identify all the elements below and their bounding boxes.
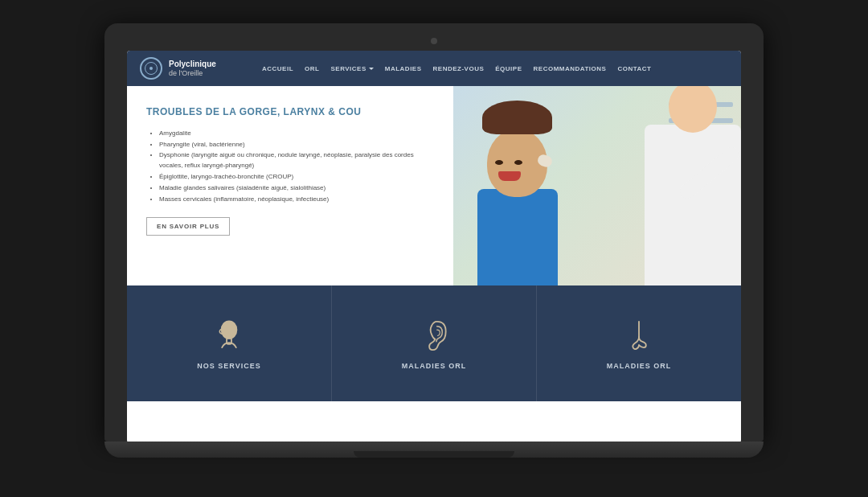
logo-icon-dot <box>149 67 153 70</box>
nav-link-recommandations[interactable]: RECOMMANDATIONS <box>529 62 612 76</box>
child-left-eye <box>495 160 503 165</box>
laptop-camera <box>431 38 437 44</box>
nav-links: ACCUEIL ORL SERVICES MALADIES RENDEZ-VOU… <box>257 62 728 76</box>
hero-title: TROUBLES DE LA GORGE, LARYNX & COU <box>146 105 434 119</box>
nav-link-contact[interactable]: CONTACT <box>612 62 656 76</box>
navigation: Polyclinique de l'Oreille ACCUEIL ORL SE… <box>127 51 741 86</box>
list-item: Masses cervicales (inflammatoire, néopla… <box>159 195 434 205</box>
card-label-maladies-orl-2: MALADIES ORL <box>607 362 672 370</box>
nav-link-rendez-vous[interactable]: RENDEZ-VOUS <box>428 62 489 76</box>
hero-list: Amygdalite Pharyngite (viral, bactérienn… <box>146 129 434 205</box>
list-item: Pharyngite (viral, bactérienne) <box>159 140 434 150</box>
list-item: Maladie glandes salivaires (sialadénite … <box>159 183 434 194</box>
logo-area[interactable]: Polyclinique de l'Oreille <box>140 57 244 80</box>
laptop-shell: Polyclinique de l'Oreille ACCUEIL ORL SE… <box>104 23 764 474</box>
hero-section: TROUBLES DE LA GORGE, LARYNX & COU Amygd… <box>127 86 741 285</box>
screen-bezel: Polyclinique de l'Oreille ACCUEIL ORL SE… <box>104 23 764 442</box>
screen-content: Polyclinique de l'Oreille ACCUEIL ORL SE… <box>127 51 741 443</box>
list-item: Épiglottite, laryngo-trachéo-bronchite (… <box>159 172 434 183</box>
child-hair <box>482 101 552 134</box>
chevron-down-icon <box>369 68 374 70</box>
child-body <box>477 189 558 285</box>
bottom-card-maladies-orl-1[interactable]: MALADIES ORL <box>332 285 537 401</box>
card-label-maladies-orl-1: MALADIES ORL <box>402 362 467 370</box>
nav-link-maladies[interactable]: MALADIES <box>380 62 427 76</box>
nav-link-services[interactable]: SERVICES <box>326 62 378 76</box>
nav-link-equipe[interactable]: ÉQUIPE <box>490 62 526 76</box>
en-savoir-plus-button[interactable]: EN SAVOIR PLUS <box>146 217 230 236</box>
nav-link-orl[interactable]: ORL <box>300 62 324 76</box>
logo-line2: de l'Oreille <box>169 69 216 78</box>
hero-content: TROUBLES DE LA GORGE, LARYNX & COU Amygd… <box>127 86 453 285</box>
hero-image-visual <box>453 86 741 285</box>
list-item: Dysphonie (laryngite aiguë ou chronique,… <box>159 150 434 171</box>
child-mouth <box>498 171 521 181</box>
logo-line1: Polyclinique <box>169 60 216 68</box>
bottom-card-nos-services[interactable]: NOS SERVICES <box>127 285 332 401</box>
nav-link-accueil[interactable]: ACCUEIL <box>257 62 298 76</box>
face-icon <box>211 317 247 352</box>
bottom-card-maladies-orl-2[interactable]: MALADIES ORL <box>537 285 741 401</box>
child-right-eye <box>514 160 522 165</box>
nav-services-label: SERVICES <box>330 65 366 72</box>
list-item: Amygdalite <box>159 129 434 139</box>
card-label-nos-services: NOS SERVICES <box>197 362 260 370</box>
logo-icon <box>140 57 162 80</box>
svg-point-0 <box>221 320 238 339</box>
ear-icon <box>416 317 452 352</box>
svg-point-3 <box>226 327 228 330</box>
bottom-section: NOS SERVICES MALADIES ORL <box>127 285 741 401</box>
logo-icon-inner <box>145 62 158 75</box>
logo-text: Polyclinique de l'Oreille <box>169 60 216 78</box>
nose-icon <box>621 317 657 352</box>
laptop-base <box>104 442 764 458</box>
hero-image <box>453 86 741 285</box>
